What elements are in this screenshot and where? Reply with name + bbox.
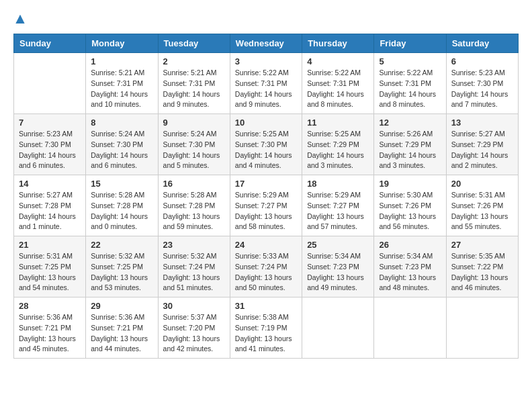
calendar-day-cell: 3Sunrise: 5:22 AMSunset: 7:31 PMDaylight… <box>230 53 302 114</box>
empty-cell <box>446 298 518 359</box>
day-number: 31 <box>235 301 297 311</box>
weekday-header-tuesday: Tuesday <box>158 34 230 53</box>
calendar-day-cell: 7Sunrise: 5:23 AMSunset: 7:30 PMDaylight… <box>14 114 86 175</box>
day-info: Sunrise: 5:37 AMSunset: 7:20 PMDaylight:… <box>163 312 225 355</box>
svg-marker-0 <box>15 15 24 24</box>
day-number: 16 <box>163 179 225 189</box>
empty-cell <box>374 298 446 359</box>
calendar-week-row: 14Sunrise: 5:27 AMSunset: 7:28 PMDayligh… <box>14 175 519 236</box>
calendar-day-cell: 23Sunrise: 5:32 AMSunset: 7:24 PMDayligh… <box>158 236 230 298</box>
day-info: Sunrise: 5:22 AMSunset: 7:31 PMDaylight:… <box>307 68 369 110</box>
day-info: Sunrise: 5:27 AMSunset: 7:28 PMDaylight:… <box>19 190 81 232</box>
calendar-week-row: 21Sunrise: 5:31 AMSunset: 7:25 PMDayligh… <box>14 236 519 298</box>
weekday-header-sunday: Sunday <box>14 34 86 53</box>
day-number: 17 <box>235 179 297 189</box>
day-info: Sunrise: 5:25 AMSunset: 7:30 PMDaylight:… <box>235 129 297 171</box>
day-info: Sunrise: 5:30 AMSunset: 7:26 PMDaylight:… <box>379 190 441 232</box>
calendar-day-cell: 5Sunrise: 5:22 AMSunset: 7:31 PMDaylight… <box>374 53 446 114</box>
day-number: 4 <box>307 56 369 66</box>
day-info: Sunrise: 5:35 AMSunset: 7:22 PMDaylight:… <box>451 251 513 293</box>
calendar-day-cell: 30Sunrise: 5:37 AMSunset: 7:20 PMDayligh… <box>158 298 230 359</box>
weekday-header-thursday: Thursday <box>302 34 374 53</box>
calendar-day-cell: 8Sunrise: 5:24 AMSunset: 7:30 PMDaylight… <box>86 114 158 175</box>
calendar-week-row: 28Sunrise: 5:36 AMSunset: 7:21 PMDayligh… <box>14 298 519 359</box>
day-info: Sunrise: 5:36 AMSunset: 7:21 PMDaylight:… <box>19 312 81 355</box>
day-number: 6 <box>451 56 513 66</box>
calendar-day-cell: 14Sunrise: 5:27 AMSunset: 7:28 PMDayligh… <box>14 175 86 236</box>
day-number: 13 <box>451 118 513 128</box>
day-number: 18 <box>307 179 369 189</box>
calendar-day-cell: 21Sunrise: 5:31 AMSunset: 7:25 PMDayligh… <box>14 236 86 298</box>
day-number: 1 <box>91 56 152 66</box>
day-number: 11 <box>307 118 369 128</box>
day-number: 20 <box>451 179 513 189</box>
day-number: 7 <box>19 118 81 128</box>
day-number: 27 <box>451 240 513 250</box>
weekday-header-wednesday: Wednesday <box>230 34 302 53</box>
day-info: Sunrise: 5:26 AMSunset: 7:29 PMDaylight:… <box>379 129 441 171</box>
day-info: Sunrise: 5:32 AMSunset: 7:24 PMDaylight:… <box>163 251 225 293</box>
day-info: Sunrise: 5:36 AMSunset: 7:21 PMDaylight:… <box>91 312 152 355</box>
day-number: 12 <box>379 118 441 128</box>
calendar-day-cell: 11Sunrise: 5:25 AMSunset: 7:29 PMDayligh… <box>302 114 374 175</box>
day-info: Sunrise: 5:31 AMSunset: 7:26 PMDaylight:… <box>451 190 513 232</box>
day-number: 21 <box>19 240 81 250</box>
calendar-week-row: 1Sunrise: 5:21 AMSunset: 7:31 PMDaylight… <box>14 53 519 114</box>
calendar-day-cell: 24Sunrise: 5:33 AMSunset: 7:24 PMDayligh… <box>230 236 302 298</box>
calendar-week-row: 7Sunrise: 5:23 AMSunset: 7:30 PMDaylight… <box>14 114 519 175</box>
day-info: Sunrise: 5:28 AMSunset: 7:28 PMDaylight:… <box>91 190 152 232</box>
calendar-day-cell: 15Sunrise: 5:28 AMSunset: 7:28 PMDayligh… <box>86 175 158 236</box>
calendar-day-cell: 4Sunrise: 5:22 AMSunset: 7:31 PMDaylight… <box>302 53 374 114</box>
calendar-day-cell: 18Sunrise: 5:29 AMSunset: 7:27 PMDayligh… <box>302 175 374 236</box>
day-info: Sunrise: 5:33 AMSunset: 7:24 PMDaylight:… <box>235 251 297 293</box>
calendar-day-cell: 26Sunrise: 5:34 AMSunset: 7:23 PMDayligh… <box>374 236 446 298</box>
day-number: 3 <box>235 56 297 66</box>
day-number: 19 <box>379 179 441 189</box>
day-info: Sunrise: 5:32 AMSunset: 7:25 PMDaylight:… <box>91 251 152 293</box>
empty-cell <box>14 53 86 114</box>
calendar-day-cell: 28Sunrise: 5:36 AMSunset: 7:21 PMDayligh… <box>14 298 86 359</box>
weekday-header-saturday: Saturday <box>446 34 518 53</box>
day-number: 9 <box>163 118 225 128</box>
day-info: Sunrise: 5:31 AMSunset: 7:25 PMDaylight:… <box>19 251 81 293</box>
day-info: Sunrise: 5:29 AMSunset: 7:27 PMDaylight:… <box>235 190 297 232</box>
day-info: Sunrise: 5:38 AMSunset: 7:19 PMDaylight:… <box>235 312 297 355</box>
day-info: Sunrise: 5:24 AMSunset: 7:30 PMDaylight:… <box>163 129 225 171</box>
day-number: 14 <box>19 179 81 189</box>
calendar-day-cell: 27Sunrise: 5:35 AMSunset: 7:22 PMDayligh… <box>446 236 518 298</box>
calendar-day-cell: 20Sunrise: 5:31 AMSunset: 7:26 PMDayligh… <box>446 175 518 236</box>
day-number: 29 <box>91 301 152 311</box>
calendar-day-cell: 29Sunrise: 5:36 AMSunset: 7:21 PMDayligh… <box>86 298 158 359</box>
calendar-day-cell: 12Sunrise: 5:26 AMSunset: 7:29 PMDayligh… <box>374 114 446 175</box>
header <box>13 13 519 27</box>
day-number: 15 <box>91 179 152 189</box>
calendar-day-cell: 25Sunrise: 5:34 AMSunset: 7:23 PMDayligh… <box>302 236 374 298</box>
logo <box>13 13 30 27</box>
weekday-header-monday: Monday <box>86 34 158 53</box>
day-number: 8 <box>91 118 152 128</box>
day-number: 23 <box>163 240 225 250</box>
calendar-day-cell: 17Sunrise: 5:29 AMSunset: 7:27 PMDayligh… <box>230 175 302 236</box>
day-info: Sunrise: 5:22 AMSunset: 7:31 PMDaylight:… <box>379 68 441 110</box>
calendar-table: SundayMondayTuesdayWednesdayThursdayFrid… <box>13 34 519 359</box>
day-number: 22 <box>91 240 152 250</box>
weekday-header-friday: Friday <box>374 34 446 53</box>
calendar-day-cell: 1Sunrise: 5:21 AMSunset: 7:31 PMDaylight… <box>86 53 158 114</box>
day-number: 28 <box>19 301 81 311</box>
empty-cell <box>302 298 374 359</box>
day-number: 26 <box>379 240 441 250</box>
day-info: Sunrise: 5:34 AMSunset: 7:23 PMDaylight:… <box>307 251 369 293</box>
day-info: Sunrise: 5:21 AMSunset: 7:31 PMDaylight:… <box>91 68 152 110</box>
calendar-day-cell: 2Sunrise: 5:21 AMSunset: 7:31 PMDaylight… <box>158 53 230 114</box>
day-info: Sunrise: 5:29 AMSunset: 7:27 PMDaylight:… <box>307 190 369 232</box>
weekday-header-row: SundayMondayTuesdayWednesdayThursdayFrid… <box>14 34 519 53</box>
calendar-day-cell: 16Sunrise: 5:28 AMSunset: 7:28 PMDayligh… <box>158 175 230 236</box>
day-info: Sunrise: 5:28 AMSunset: 7:28 PMDaylight:… <box>163 190 225 232</box>
day-info: Sunrise: 5:23 AMSunset: 7:30 PMDaylight:… <box>19 129 81 171</box>
calendar-day-cell: 19Sunrise: 5:30 AMSunset: 7:26 PMDayligh… <box>374 175 446 236</box>
day-info: Sunrise: 5:24 AMSunset: 7:30 PMDaylight:… <box>91 129 152 171</box>
logo-icon <box>13 13 27 27</box>
day-info: Sunrise: 5:34 AMSunset: 7:23 PMDaylight:… <box>379 251 441 293</box>
calendar-day-cell: 31Sunrise: 5:38 AMSunset: 7:19 PMDayligh… <box>230 298 302 359</box>
day-number: 5 <box>379 56 441 66</box>
